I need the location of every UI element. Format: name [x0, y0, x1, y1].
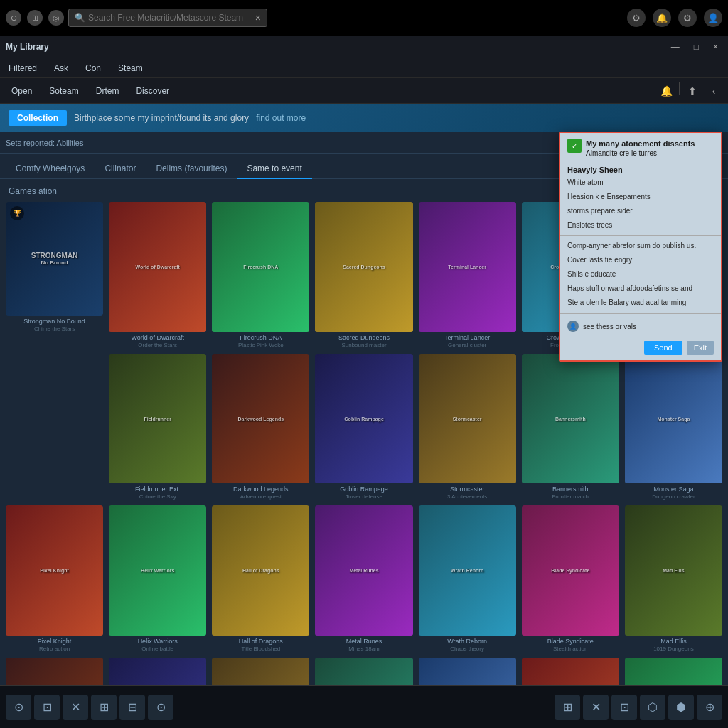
collection-button[interactable]: Collection [9, 110, 67, 126]
settings-icon-1[interactable]: ⚙ [627, 9, 646, 27]
game-title: Metal Runes [315, 638, 412, 646]
game-cover-text: Fieldrunner [109, 354, 206, 484]
taskbar-icon-rect[interactable]: ⊟ [119, 695, 145, 720]
list-item[interactable]: Sacred Dungeons Sacred Dungeons Sunbound… [315, 202, 412, 348]
list-item[interactable]: Firecrush DNA Firecrush DNA Plastic Pink… [212, 202, 309, 348]
game-cover-text: Hall of Dragons [212, 505, 309, 636]
banner-link[interactable]: find out more [256, 113, 306, 123]
game-cover-text: Wrath Reborn [419, 505, 516, 636]
tab-comfy[interactable]: Comfy Wheelgoys [6, 159, 95, 179]
game-cover-text: Monster Saga [625, 354, 722, 484]
list-item[interactable]: Iron Dungeons Iron Dungeons 7 Achievemen… [212, 658, 309, 685]
list-item[interactable]: Terminal Lancer Terminal Lancer General … [419, 202, 516, 348]
toolbar-back-icon[interactable]: ‹ [705, 82, 722, 100]
list-item[interactable]: Monster Saga Monster Saga Dungeon crawle… [625, 354, 722, 500]
taskbar-icon-x[interactable]: ✕ [63, 695, 88, 720]
list-item[interactable]: Darkwood Legends Darkwood Legends Advent… [212, 354, 309, 500]
search-input[interactable] [88, 13, 252, 23]
notification-icon[interactable]: 🔔 [653, 9, 671, 27]
toolbar-upload-icon[interactable]: ⬆ [684, 82, 701, 100]
list-item[interactable]: Pixel Knight Pixel Knight Retro action [6, 505, 103, 652]
open-button[interactable]: Open [6, 83, 38, 99]
top-bar-right: ⚙ 🔔 ⚙ 👤 [627, 9, 722, 27]
list-item[interactable]: Mad Ellis Mad Ellis 1019 Dungeons [625, 505, 722, 652]
settings-icon-2[interactable]: ⚙ [678, 9, 697, 27]
popup-divider-2 [560, 313, 721, 314]
list-item[interactable]: Stygian Raiders Stygian Raiders Dungeon … [419, 658, 516, 685]
popup-menu-item-ste[interactable]: Ste a olen le Balary wad acal tanming [560, 296, 721, 310]
taskbar-icon-circle[interactable]: ⊙ [6, 695, 31, 720]
game-cover-text: Terminal Lancer [419, 202, 516, 332]
taskbar: ⊙ ⊡ ✕ ⊞ ⊟ ⊙ ⊞ ✕ ⊡ ⬡ ⬢ ⊕ [0, 685, 728, 728]
tab-same-to-event[interactable]: Same to event [237, 159, 311, 179]
minimize-button[interactable]: — [667, 41, 684, 53]
taskbar-icon-dot[interactable]: ⊙ [148, 695, 173, 720]
popup-menu-item-heasion[interactable]: Heasion k e Ensepaments [560, 190, 721, 204]
list-item[interactable]: Bannersmith Bannersmith Frontier match [522, 354, 619, 500]
list-item[interactable]: Wrath Reborn Wrath Reborn Chaos theory [419, 505, 516, 652]
popup-menu-item-cover[interactable]: Cover lasts tie engry [560, 253, 721, 267]
game-cover-text: World of Dwarcraft [109, 202, 206, 332]
menu-con[interactable]: Con [82, 62, 104, 75]
popup-menu-item-shils[interactable]: Shils e educate [560, 267, 721, 282]
list-item[interactable]: STRONGMAN No Bound 🏆 Strongman No Bound … [6, 202, 103, 500]
popup-menu-item-company[interactable]: Comp-anyner abrefor sum do publish us. [560, 239, 721, 253]
game-subtitle: Plastic Pink Woke [212, 342, 309, 348]
list-item[interactable]: Ironclad Fury Ironclad Fury Combat 18am [315, 658, 412, 685]
list-item[interactable]: Helix Warriors Helix Warriors Online bat… [109, 505, 206, 652]
list-item[interactable]: Blade Syndicate Blade Syndicate Stealth … [522, 505, 619, 652]
exit-button[interactable]: Exit [687, 341, 714, 355]
steam-icon-1[interactable]: ⊙ [6, 10, 21, 26]
game-cover-text: Ironclad Fury [315, 658, 412, 685]
send-button[interactable]: Send [644, 341, 682, 355]
list-item[interactable]: Fieldrunner Fieldrunner Ext. Chime the S… [109, 354, 206, 500]
taskbar-bottom-icon-1[interactable]: ⊞ [555, 695, 580, 720]
list-item[interactable]: Dungeon Smashers Dungeon Smashers Arena … [625, 658, 722, 685]
steam-icon-3[interactable]: ◎ [48, 10, 64, 26]
list-item[interactable]: Metal Runes Metal Runes Mines 18am [315, 505, 412, 652]
steam-icon-2[interactable]: ⊞ [27, 10, 43, 26]
list-item[interactable]: Stormcaster Stormcaster 3 Achievements [419, 354, 516, 500]
popup-menu-item-white-atom[interactable]: White atom [560, 176, 721, 190]
list-item[interactable]: Runesmith Runesmith Online Cloud gaming [6, 658, 103, 685]
screenshot-button[interactable]: Soteam [43, 83, 84, 99]
toolbar-bell-icon[interactable]: 🔔 [658, 82, 675, 100]
taskbar-bottom-icon-4[interactable]: ⬡ [640, 695, 665, 720]
close-window-button[interactable]: × [709, 41, 722, 53]
user-icon[interactable]: 👤 [704, 9, 722, 27]
menu-filtered[interactable]: Filtered [6, 62, 40, 75]
close-search-icon[interactable]: × [255, 12, 261, 23]
taskbar-icon-square[interactable]: ⊡ [34, 695, 60, 720]
taskbar-right-icon[interactable]: ⊕ [697, 695, 722, 720]
featured-badge: 🏆 [14, 210, 21, 217]
taskbar-bottom-icon-5[interactable]: ⬢ [668, 695, 694, 720]
toolbar: Open Soteam Drtem Discover 🔔 ⬆ ‹ [0, 78, 728, 104]
list-item[interactable]: Fortress Assault Fortress Assault Tower … [109, 658, 206, 685]
menu-ask[interactable]: Ask [51, 62, 71, 75]
game-title: Hall of Dragons [212, 638, 309, 646]
popup-menu-item-storms[interactable]: storms prepare sider [560, 204, 721, 218]
taskbar-icon-grid[interactable]: ⊞ [91, 695, 117, 720]
list-item[interactable]: World of Dwarcraft World of Dwarcraft Or… [109, 202, 206, 348]
game-title: Blade Syndicate [522, 638, 619, 646]
list-item[interactable]: Goblin Rampage Goblin Rampage Tower defe… [315, 354, 412, 500]
taskbar-bottom-icon-2[interactable]: ✕ [583, 695, 609, 720]
menu-steam[interactable]: Steam [115, 62, 146, 75]
game-cover-text: Dungeon Smashers [625, 658, 722, 685]
taskbar-bottom-icon-3[interactable]: ⊡ [611, 695, 637, 720]
game-subtitle: Frontier match [522, 493, 619, 500]
window-controls: — □ × [667, 41, 722, 53]
game-subtitle: Sunbound master [315, 342, 412, 348]
game-title: Terminal Lancer [419, 334, 516, 342]
popup-menu-item-enslotes[interactable]: Enslotes trees [560, 218, 721, 232]
list-item[interactable]: Hall of Dragons Hall of Dragons Title Bl… [212, 505, 309, 652]
maximize-button[interactable]: □ [690, 41, 703, 53]
discover-button[interactable]: Discover [130, 83, 175, 99]
popup-menu-item-haps[interactable]: Haps stuff onward afdoodafetins se and [560, 282, 721, 296]
dream-button[interactable]: Drtem [90, 83, 125, 99]
tab-cllinator[interactable]: Cllinator [95, 159, 146, 179]
list-item[interactable]: Rogue Planet Rogue Planet Sci-fi combat [522, 658, 619, 685]
game-subtitle: Chaos theory [419, 646, 516, 652]
tab-delims[interactable]: Delims (favourites) [146, 159, 237, 179]
game-subtitle: Order the Stars [109, 342, 206, 348]
